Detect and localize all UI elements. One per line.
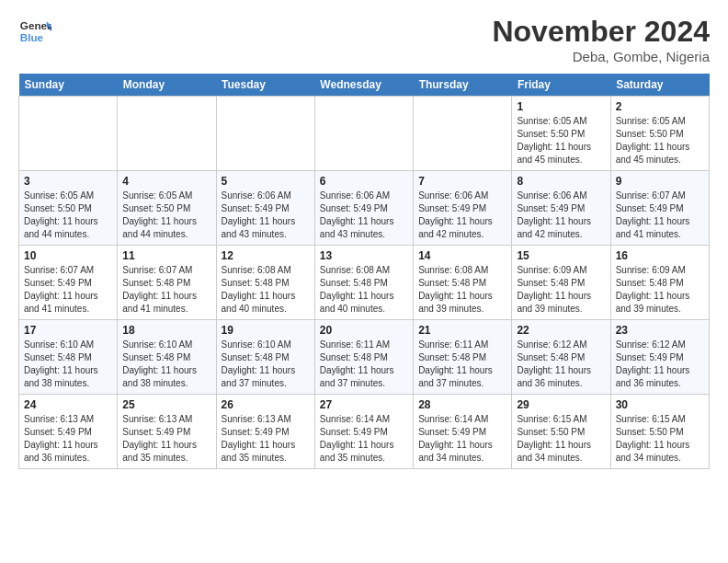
day-info: Sunrise: 6:15 AM Sunset: 5:50 PM Dayligh… bbox=[517, 413, 605, 465]
week-row-2: 3Sunrise: 6:05 AM Sunset: 5:50 PM Daylig… bbox=[19, 171, 710, 246]
day-cell-8: 8Sunrise: 6:06 AM Sunset: 5:49 PM Daylig… bbox=[512, 171, 610, 246]
day-cell-26: 26Sunrise: 6:13 AM Sunset: 5:49 PM Dayli… bbox=[216, 395, 314, 469]
day-cell-12: 12Sunrise: 6:08 AM Sunset: 5:48 PM Dayli… bbox=[216, 246, 314, 320]
day-info: Sunrise: 6:06 AM Sunset: 5:49 PM Dayligh… bbox=[222, 190, 310, 241]
logo: General Blue bbox=[18, 15, 51, 48]
week-row-4: 17Sunrise: 6:10 AM Sunset: 5:48 PM Dayli… bbox=[19, 320, 710, 395]
day-info: Sunrise: 6:07 AM Sunset: 5:48 PM Dayligh… bbox=[122, 264, 210, 316]
day-cell-23: 23Sunrise: 6:12 AM Sunset: 5:49 PM Dayli… bbox=[610, 320, 709, 395]
day-number: 17 bbox=[24, 324, 112, 337]
day-cell-14: 14Sunrise: 6:08 AM Sunset: 5:48 PM Dayli… bbox=[414, 246, 512, 320]
day-cell-22: 22Sunrise: 6:12 AM Sunset: 5:48 PM Dayli… bbox=[512, 320, 610, 395]
day-cell-4: 4Sunrise: 6:05 AM Sunset: 5:50 PM Daylig… bbox=[118, 171, 216, 246]
day-info: Sunrise: 6:08 AM Sunset: 5:48 PM Dayligh… bbox=[320, 264, 408, 316]
day-info: Sunrise: 6:07 AM Sunset: 5:49 PM Dayligh… bbox=[616, 190, 704, 241]
header-sunday: Sunday bbox=[19, 74, 118, 97]
day-number: 10 bbox=[24, 249, 112, 262]
day-info: Sunrise: 6:10 AM Sunset: 5:48 PM Dayligh… bbox=[222, 339, 310, 390]
day-cell-2: 2Sunrise: 6:05 AM Sunset: 5:50 PM Daylig… bbox=[610, 97, 709, 171]
day-info: Sunrise: 6:08 AM Sunset: 5:48 PM Dayligh… bbox=[418, 264, 506, 316]
day-number: 1 bbox=[517, 100, 605, 113]
day-number: 16 bbox=[616, 249, 704, 262]
day-number: 21 bbox=[418, 324, 506, 337]
empty-cell bbox=[216, 97, 314, 171]
day-info: Sunrise: 6:10 AM Sunset: 5:48 PM Dayligh… bbox=[24, 339, 112, 390]
day-cell-9: 9Sunrise: 6:07 AM Sunset: 5:49 PM Daylig… bbox=[610, 171, 709, 246]
day-info: Sunrise: 6:13 AM Sunset: 5:49 PM Dayligh… bbox=[24, 413, 112, 465]
day-info: Sunrise: 6:09 AM Sunset: 5:48 PM Dayligh… bbox=[616, 264, 704, 316]
day-number: 9 bbox=[616, 175, 704, 188]
day-number: 4 bbox=[122, 175, 210, 188]
day-number: 26 bbox=[222, 398, 310, 411]
logo-icon: General Blue bbox=[18, 15, 51, 48]
day-cell-20: 20Sunrise: 6:11 AM Sunset: 5:48 PM Dayli… bbox=[314, 320, 413, 395]
day-info: Sunrise: 6:15 AM Sunset: 5:50 PM Dayligh… bbox=[616, 413, 704, 465]
day-cell-24: 24Sunrise: 6:13 AM Sunset: 5:49 PM Dayli… bbox=[19, 395, 118, 469]
day-number: 23 bbox=[616, 324, 704, 337]
day-cell-5: 5Sunrise: 6:06 AM Sunset: 5:49 PM Daylig… bbox=[216, 171, 314, 246]
day-number: 7 bbox=[418, 175, 506, 188]
day-info: Sunrise: 6:11 AM Sunset: 5:48 PM Dayligh… bbox=[418, 339, 506, 390]
day-number: 18 bbox=[122, 324, 210, 337]
week-row-1: 1Sunrise: 6:05 AM Sunset: 5:50 PM Daylig… bbox=[19, 97, 710, 171]
day-cell-27: 27Sunrise: 6:14 AM Sunset: 5:49 PM Dayli… bbox=[314, 395, 413, 469]
day-number: 8 bbox=[517, 175, 605, 188]
day-info: Sunrise: 6:12 AM Sunset: 5:49 PM Dayligh… bbox=[616, 339, 704, 390]
header-monday: Monday bbox=[118, 74, 216, 97]
location: Deba, Gombe, Nigeria bbox=[492, 49, 710, 64]
header-thursday: Thursday bbox=[414, 74, 512, 97]
day-number: 2 bbox=[616, 100, 704, 113]
day-number: 28 bbox=[418, 398, 506, 411]
header-saturday: Saturday bbox=[610, 74, 709, 97]
week-row-5: 24Sunrise: 6:13 AM Sunset: 5:49 PM Dayli… bbox=[19, 395, 710, 469]
day-cell-19: 19Sunrise: 6:10 AM Sunset: 5:48 PM Dayli… bbox=[216, 320, 314, 395]
day-cell-25: 25Sunrise: 6:13 AM Sunset: 5:49 PM Dayli… bbox=[118, 395, 216, 469]
day-cell-21: 21Sunrise: 6:11 AM Sunset: 5:48 PM Dayli… bbox=[414, 320, 512, 395]
day-info: Sunrise: 6:14 AM Sunset: 5:49 PM Dayligh… bbox=[320, 413, 408, 465]
day-cell-13: 13Sunrise: 6:08 AM Sunset: 5:48 PM Dayli… bbox=[314, 246, 413, 320]
day-number: 20 bbox=[320, 324, 408, 337]
day-info: Sunrise: 6:12 AM Sunset: 5:48 PM Dayligh… bbox=[517, 339, 605, 390]
empty-cell bbox=[19, 97, 118, 171]
day-info: Sunrise: 6:06 AM Sunset: 5:49 PM Dayligh… bbox=[517, 190, 605, 241]
day-info: Sunrise: 6:13 AM Sunset: 5:49 PM Dayligh… bbox=[122, 413, 210, 465]
day-info: Sunrise: 6:06 AM Sunset: 5:49 PM Dayligh… bbox=[320, 190, 408, 241]
day-number: 27 bbox=[320, 398, 408, 411]
day-number: 11 bbox=[122, 249, 210, 262]
day-cell-10: 10Sunrise: 6:07 AM Sunset: 5:49 PM Dayli… bbox=[19, 246, 118, 320]
day-info: Sunrise: 6:09 AM Sunset: 5:48 PM Dayligh… bbox=[517, 264, 605, 316]
svg-text:Blue: Blue bbox=[20, 31, 44, 43]
page-container: General Blue November 2024 Deba, Gombe, … bbox=[0, 0, 728, 478]
day-info: Sunrise: 6:05 AM Sunset: 5:50 PM Dayligh… bbox=[24, 190, 112, 241]
day-info: Sunrise: 6:07 AM Sunset: 5:49 PM Dayligh… bbox=[24, 264, 112, 316]
empty-cell bbox=[414, 97, 512, 171]
day-number: 19 bbox=[222, 324, 310, 337]
header-wednesday: Wednesday bbox=[314, 74, 413, 97]
empty-cell bbox=[314, 97, 413, 171]
day-number: 30 bbox=[616, 398, 704, 411]
day-info: Sunrise: 6:10 AM Sunset: 5:48 PM Dayligh… bbox=[122, 339, 210, 390]
day-cell-11: 11Sunrise: 6:07 AM Sunset: 5:48 PM Dayli… bbox=[118, 246, 216, 320]
day-cell-18: 18Sunrise: 6:10 AM Sunset: 5:48 PM Dayli… bbox=[118, 320, 216, 395]
empty-cell bbox=[118, 97, 216, 171]
day-info: Sunrise: 6:05 AM Sunset: 5:50 PM Dayligh… bbox=[122, 190, 210, 241]
day-number: 29 bbox=[517, 398, 605, 411]
header-friday: Friday bbox=[512, 74, 610, 97]
day-info: Sunrise: 6:14 AM Sunset: 5:49 PM Dayligh… bbox=[418, 413, 506, 465]
day-info: Sunrise: 6:05 AM Sunset: 5:50 PM Dayligh… bbox=[517, 115, 605, 167]
day-info: Sunrise: 6:11 AM Sunset: 5:48 PM Dayligh… bbox=[320, 339, 408, 390]
day-number: 14 bbox=[418, 249, 506, 262]
day-number: 5 bbox=[222, 175, 310, 188]
title-block: November 2024 Deba, Gombe, Nigeria bbox=[492, 15, 710, 64]
day-cell-7: 7Sunrise: 6:06 AM Sunset: 5:49 PM Daylig… bbox=[414, 171, 512, 246]
day-info: Sunrise: 6:13 AM Sunset: 5:49 PM Dayligh… bbox=[222, 413, 310, 465]
day-number: 22 bbox=[517, 324, 605, 337]
day-info: Sunrise: 6:08 AM Sunset: 5:48 PM Dayligh… bbox=[222, 264, 310, 316]
day-cell-30: 30Sunrise: 6:15 AM Sunset: 5:50 PM Dayli… bbox=[610, 395, 709, 469]
day-number: 6 bbox=[320, 175, 408, 188]
day-number: 13 bbox=[320, 249, 408, 262]
day-cell-17: 17Sunrise: 6:10 AM Sunset: 5:48 PM Dayli… bbox=[19, 320, 118, 395]
calendar-table: SundayMondayTuesdayWednesdayThursdayFrid… bbox=[18, 74, 710, 469]
day-number: 12 bbox=[222, 249, 310, 262]
month-title: November 2024 bbox=[492, 15, 710, 49]
